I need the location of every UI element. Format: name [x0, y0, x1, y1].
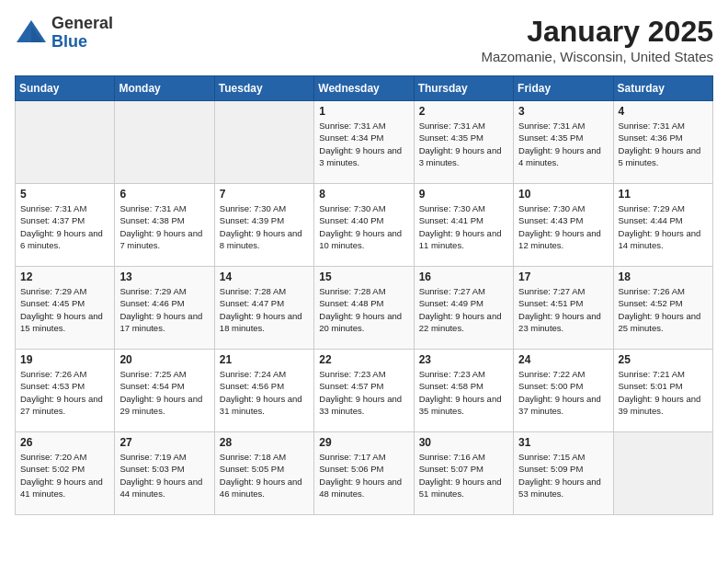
day-number: 21 [220, 353, 309, 366]
day-number: 30 [419, 436, 508, 449]
calendar-header-row: SundayMondayTuesdayWednesdayThursdayFrid… [16, 76, 713, 101]
cell-content: Sunrise: 7:31 AMSunset: 4:37 PMDaylight:… [20, 202, 109, 251]
day-number: 25 [619, 353, 708, 366]
cell-content: Sunrise: 7:30 AMSunset: 4:43 PMDaylight:… [518, 202, 608, 251]
header-wednesday: Wednesday [314, 76, 414, 101]
cell-content: Sunrise: 7:26 AMSunset: 4:52 PMDaylight:… [619, 285, 708, 334]
calendar-cell: 4Sunrise: 7:31 AMSunset: 4:36 PMDaylight… [613, 101, 712, 184]
day-number: 10 [518, 188, 608, 201]
calendar-cell: 29Sunrise: 7:17 AMSunset: 5:06 PMDayligh… [314, 432, 414, 515]
logo: General Blue [15, 15, 113, 52]
day-number: 2 [419, 105, 508, 118]
page-header: General Blue January 2025 Mazomanie, Wis… [15, 15, 713, 64]
calendar-cell: 6Sunrise: 7:31 AMSunset: 4:38 PMDaylight… [115, 184, 214, 267]
cell-content: Sunrise: 7:17 AMSunset: 5:06 PMDaylight:… [319, 451, 408, 500]
calendar-cell: 5Sunrise: 7:31 AMSunset: 4:37 PMDaylight… [16, 184, 115, 267]
calendar-cell: 11Sunrise: 7:29 AMSunset: 4:44 PMDayligh… [613, 184, 712, 267]
day-number: 1 [319, 105, 408, 118]
day-number: 17 [518, 270, 608, 283]
calendar-cell: 20Sunrise: 7:25 AMSunset: 4:54 PMDayligh… [115, 350, 214, 432]
cell-content: Sunrise: 7:31 AMSunset: 4:38 PMDaylight:… [119, 202, 209, 251]
calendar-week-row: 26Sunrise: 7:20 AMSunset: 5:02 PMDayligh… [16, 432, 713, 515]
header-monday: Monday [115, 76, 214, 101]
calendar-cell: 9Sunrise: 7:30 AMSunset: 4:41 PMDaylight… [414, 184, 513, 267]
calendar-week-row: 19Sunrise: 7:26 AMSunset: 4:53 PMDayligh… [16, 350, 713, 432]
day-number: 5 [20, 188, 109, 201]
calendar-cell [115, 101, 214, 184]
calendar-cell: 24Sunrise: 7:22 AMSunset: 5:00 PMDayligh… [514, 350, 613, 432]
calendar-cell: 19Sunrise: 7:26 AMSunset: 4:53 PMDayligh… [16, 350, 115, 432]
calendar-cell: 26Sunrise: 7:20 AMSunset: 5:02 PMDayligh… [16, 432, 115, 515]
location: Mazomanie, Wisconsin, United States [481, 49, 713, 64]
day-number: 28 [220, 436, 309, 449]
calendar-cell: 17Sunrise: 7:27 AMSunset: 4:51 PMDayligh… [514, 267, 613, 350]
day-number: 19 [20, 353, 109, 366]
day-number: 8 [319, 188, 408, 201]
day-number: 29 [319, 436, 408, 449]
calendar-cell: 23Sunrise: 7:23 AMSunset: 4:58 PMDayligh… [414, 350, 513, 432]
cell-content: Sunrise: 7:28 AMSunset: 4:48 PMDaylight:… [319, 285, 408, 334]
cell-content: Sunrise: 7:31 AMSunset: 4:35 PMDaylight:… [419, 120, 508, 168]
calendar-cell: 21Sunrise: 7:24 AMSunset: 4:56 PMDayligh… [214, 350, 313, 432]
day-number: 13 [119, 270, 209, 283]
cell-content: Sunrise: 7:31 AMSunset: 4:34 PMDaylight:… [319, 120, 408, 168]
cell-content: Sunrise: 7:23 AMSunset: 4:57 PMDaylight:… [319, 368, 408, 417]
calendar-cell: 8Sunrise: 7:30 AMSunset: 4:40 PMDaylight… [314, 184, 414, 267]
cell-content: Sunrise: 7:28 AMSunset: 4:47 PMDaylight:… [220, 285, 309, 334]
calendar-cell: 28Sunrise: 7:18 AMSunset: 5:05 PMDayligh… [214, 432, 313, 515]
calendar-cell: 13Sunrise: 7:29 AMSunset: 4:46 PMDayligh… [115, 267, 214, 350]
header-tuesday: Tuesday [214, 76, 313, 101]
calendar-cell: 2Sunrise: 7:31 AMSunset: 4:35 PMDaylight… [414, 101, 513, 184]
day-number: 27 [119, 436, 209, 449]
calendar-week-row: 12Sunrise: 7:29 AMSunset: 4:45 PMDayligh… [16, 267, 713, 350]
day-number: 15 [319, 270, 408, 283]
logo-icon [15, 17, 48, 50]
cell-content: Sunrise: 7:27 AMSunset: 4:51 PMDaylight:… [518, 285, 608, 334]
day-number: 9 [419, 188, 508, 201]
day-number: 4 [619, 105, 708, 118]
day-number: 14 [220, 270, 309, 283]
cell-content: Sunrise: 7:15 AMSunset: 5:09 PMDaylight:… [518, 451, 608, 500]
calendar-week-row: 5Sunrise: 7:31 AMSunset: 4:37 PMDaylight… [16, 184, 713, 267]
calendar-cell: 3Sunrise: 7:31 AMSunset: 4:35 PMDaylight… [514, 101, 613, 184]
month-title: January 2025 [481, 15, 713, 49]
calendar-cell: 16Sunrise: 7:27 AMSunset: 4:49 PMDayligh… [414, 267, 513, 350]
day-number: 20 [119, 353, 209, 366]
calendar-cell: 31Sunrise: 7:15 AMSunset: 5:09 PMDayligh… [514, 432, 613, 515]
cell-content: Sunrise: 7:21 AMSunset: 5:01 PMDaylight:… [619, 368, 708, 417]
day-number: 11 [619, 188, 708, 201]
day-number: 22 [319, 353, 408, 366]
calendar-cell: 12Sunrise: 7:29 AMSunset: 4:45 PMDayligh… [16, 267, 115, 350]
cell-content: Sunrise: 7:29 AMSunset: 4:45 PMDaylight:… [20, 285, 109, 334]
calendar-cell [16, 101, 115, 184]
calendar-cell: 1Sunrise: 7:31 AMSunset: 4:34 PMDaylight… [314, 101, 414, 184]
day-number: 23 [419, 353, 508, 366]
day-number: 7 [220, 188, 309, 201]
cell-content: Sunrise: 7:24 AMSunset: 4:56 PMDaylight:… [220, 368, 309, 417]
cell-content: Sunrise: 7:16 AMSunset: 5:07 PMDaylight:… [419, 451, 508, 500]
calendar-cell: 15Sunrise: 7:28 AMSunset: 4:48 PMDayligh… [314, 267, 414, 350]
calendar-cell: 10Sunrise: 7:30 AMSunset: 4:43 PMDayligh… [514, 184, 613, 267]
day-number: 31 [518, 436, 608, 449]
day-number: 26 [20, 436, 109, 449]
cell-content: Sunrise: 7:30 AMSunset: 4:39 PMDaylight:… [220, 202, 309, 251]
calendar-cell: 14Sunrise: 7:28 AMSunset: 4:47 PMDayligh… [214, 267, 313, 350]
logo-blue-text: Blue [51, 33, 113, 52]
day-number: 24 [518, 353, 608, 366]
cell-content: Sunrise: 7:18 AMSunset: 5:05 PMDaylight:… [220, 451, 309, 500]
header-thursday: Thursday [414, 76, 513, 101]
cell-content: Sunrise: 7:26 AMSunset: 4:53 PMDaylight:… [20, 368, 109, 417]
calendar-cell: 18Sunrise: 7:26 AMSunset: 4:52 PMDayligh… [613, 267, 712, 350]
cell-content: Sunrise: 7:23 AMSunset: 4:58 PMDaylight:… [419, 368, 508, 417]
day-number: 12 [20, 270, 109, 283]
cell-content: Sunrise: 7:25 AMSunset: 4:54 PMDaylight:… [119, 368, 209, 417]
calendar-cell [613, 432, 712, 515]
calendar-cell: 27Sunrise: 7:19 AMSunset: 5:03 PMDayligh… [115, 432, 214, 515]
calendar-cell: 30Sunrise: 7:16 AMSunset: 5:07 PMDayligh… [414, 432, 513, 515]
title-block: January 2025 Mazomanie, Wisconsin, Unite… [481, 15, 713, 64]
calendar-week-row: 1Sunrise: 7:31 AMSunset: 4:34 PMDaylight… [16, 101, 713, 184]
header-sunday: Sunday [16, 76, 115, 101]
logo-text: General Blue [51, 15, 113, 52]
calendar-cell: 22Sunrise: 7:23 AMSunset: 4:57 PMDayligh… [314, 350, 414, 432]
cell-content: Sunrise: 7:27 AMSunset: 4:49 PMDaylight:… [419, 285, 508, 334]
